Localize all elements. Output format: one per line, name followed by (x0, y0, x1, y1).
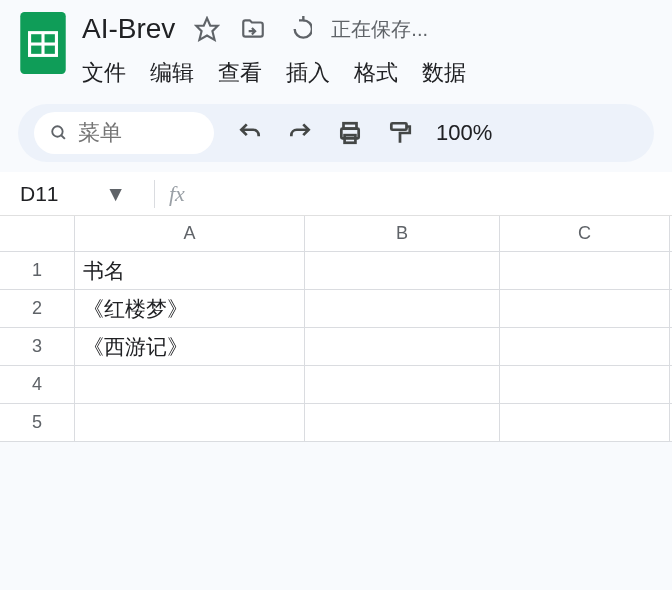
svg-line-6 (61, 135, 65, 139)
cloud-status-icon[interactable] (285, 15, 313, 43)
cell[interactable] (305, 252, 500, 289)
menu-edit[interactable]: 编辑 (150, 58, 194, 88)
svg-marker-4 (197, 18, 219, 40)
cell[interactable] (500, 366, 670, 403)
menu-format[interactable]: 格式 (354, 58, 398, 88)
document-title[interactable]: AI-Brev (82, 13, 175, 45)
fx-label: fx (169, 181, 185, 207)
divider (154, 180, 155, 208)
column-header-b[interactable]: B (305, 216, 500, 251)
cell[interactable] (305, 404, 500, 441)
table-row: 3 《西游记》 (0, 328, 672, 366)
row-header[interactable]: 4 (0, 366, 75, 403)
menu-search-input[interactable] (78, 120, 198, 146)
toolbar: 100% (18, 104, 654, 162)
column-header-c[interactable]: C (500, 216, 670, 251)
undo-icon[interactable] (236, 119, 264, 147)
cell[interactable] (75, 366, 305, 403)
star-icon[interactable] (193, 15, 221, 43)
select-all-corner[interactable] (0, 216, 75, 251)
column-header-a[interactable]: A (75, 216, 305, 251)
cell[interactable]: 《西游记》 (75, 328, 305, 365)
menu-bar: 文件 编辑 查看 插入 格式 数据 (82, 58, 654, 88)
sheets-logo[interactable] (18, 10, 68, 76)
cell[interactable] (305, 328, 500, 365)
cell-reference[interactable]: D11 ▼ (0, 182, 140, 206)
cell[interactable]: 《红楼梦》 (75, 290, 305, 327)
spreadsheet-grid[interactable]: A B C 1 书名 2 《红楼梦》 3 《西游记》 4 5 (0, 216, 672, 442)
redo-icon[interactable] (286, 119, 314, 147)
cell[interactable] (500, 290, 670, 327)
menu-search[interactable] (34, 112, 214, 154)
svg-point-5 (52, 126, 62, 136)
search-icon (50, 122, 68, 144)
menu-file[interactable]: 文件 (82, 58, 126, 88)
chevron-down-icon[interactable]: ▼ (105, 182, 126, 206)
zoom-level[interactable]: 100% (436, 120, 492, 146)
cell[interactable] (500, 328, 670, 365)
row-header[interactable]: 3 (0, 328, 75, 365)
table-row: 2 《红楼梦》 (0, 290, 672, 328)
cell[interactable] (75, 404, 305, 441)
row-header[interactable]: 5 (0, 404, 75, 441)
row-header[interactable]: 2 (0, 290, 75, 327)
cell-ref-text: D11 (20, 182, 59, 206)
table-row: 4 (0, 366, 672, 404)
table-row: 5 (0, 404, 672, 442)
move-folder-icon[interactable] (239, 15, 267, 43)
cell[interactable] (305, 366, 500, 403)
cell[interactable] (305, 290, 500, 327)
cell[interactable] (500, 404, 670, 441)
menu-insert[interactable]: 插入 (286, 58, 330, 88)
formula-bar: D11 ▼ fx (0, 172, 672, 216)
paint-format-icon[interactable] (386, 119, 414, 147)
cell[interactable] (500, 252, 670, 289)
row-header[interactable]: 1 (0, 252, 75, 289)
menu-view[interactable]: 查看 (218, 58, 262, 88)
cell[interactable]: 书名 (75, 252, 305, 289)
print-icon[interactable] (336, 119, 364, 147)
table-row: 1 书名 (0, 252, 672, 290)
menu-data[interactable]: 数据 (422, 58, 466, 88)
svg-rect-10 (391, 123, 406, 130)
save-status-text: 正在保存... (331, 16, 428, 43)
